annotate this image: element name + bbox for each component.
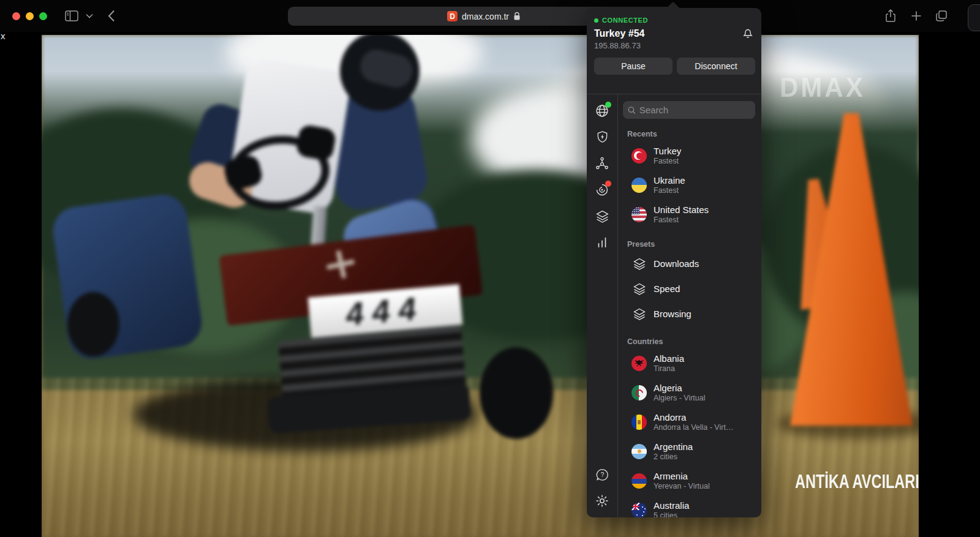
disconnect-button[interactable]: Disconnect	[677, 58, 755, 75]
svg-text:?: ?	[600, 470, 604, 478]
help-icon[interactable]: ?	[594, 467, 610, 483]
location-row-albania[interactable]: Albania Tirana	[623, 348, 755, 378]
url-text: dmax.com.tr	[462, 12, 509, 21]
tab-overview-icon[interactable]	[935, 9, 948, 23]
new-tab-icon[interactable]	[911, 10, 922, 21]
lock-icon	[513, 12, 521, 21]
recents-section-label: Recents	[627, 130, 755, 138]
location-row-argentina[interactable]: Argentina 2 cities	[623, 437, 755, 466]
search-input[interactable]	[639, 105, 750, 115]
show-title-caption: ANTİKA AVCILARI	[795, 471, 919, 492]
browser-toolbar: D dmax.com.tr	[0, 0, 980, 32]
close-window-button[interactable]	[12, 12, 20, 20]
video-scene: 444	[42, 35, 919, 537]
locations-globe-icon[interactable]	[594, 103, 610, 119]
flag-ad-icon	[631, 415, 647, 430]
share-icon[interactable]	[884, 9, 897, 23]
settings-gear-icon[interactable]	[594, 493, 610, 509]
presets-section-label: Presets	[627, 240, 755, 249]
zoom-window-button[interactable]	[39, 12, 47, 20]
back-button[interactable]	[108, 10, 115, 22]
location-row-andorra[interactable]: Andorra Andorra la Vella - Virt…	[623, 407, 755, 437]
search-field[interactable]	[623, 101, 755, 119]
vpn-sidebar: ?	[587, 94, 617, 517]
radar-red-badge	[605, 181, 611, 187]
search-icon	[628, 106, 636, 115]
location-row-australia[interactable]: Australia 5 cities	[623, 495, 755, 517]
layers-icon	[631, 306, 647, 321]
countries-section-label: Countries	[627, 337, 755, 346]
shield-bolt-icon[interactable]	[594, 129, 610, 145]
flag-au-icon	[631, 503, 647, 518]
location-row-turkey[interactable]: Turkey Fastest	[623, 141, 755, 170]
preset-row-downloads[interactable]: Downloads	[623, 251, 755, 276]
presets-layers-icon[interactable]	[594, 208, 610, 224]
stray-close-text: x	[1, 31, 6, 41]
background-window-edge	[968, 4, 980, 31]
notifications-bell-icon[interactable]	[743, 28, 753, 39]
sidebar-toggle-icon[interactable]	[65, 10, 78, 21]
network-nodes-icon[interactable]	[594, 156, 610, 171]
flag-ua-icon	[631, 178, 647, 193]
server-name: Turkey #54	[594, 28, 755, 39]
site-favicon: D	[447, 11, 458, 21]
preset-row-browsing[interactable]: Browsing	[623, 301, 755, 326]
layers-icon	[631, 281, 647, 296]
flag-al-icon	[631, 356, 647, 371]
flag-ar-icon	[631, 444, 647, 459]
flag-dz-icon	[631, 385, 647, 400]
flag-us-icon	[631, 207, 647, 222]
flag-am-icon	[631, 473, 647, 489]
chevron-down-icon[interactable]	[86, 13, 93, 18]
location-row-ukraine[interactable]: Ukraine Fastest	[623, 170, 755, 200]
location-row-armenia[interactable]: Armenia Yerevan - Virtual	[623, 466, 755, 495]
radar-icon[interactable]	[594, 182, 610, 198]
vpn-popover: CONNECTED Turkey #54 195.88.86.73 Pause …	[587, 8, 761, 517]
video-player[interactable]: 444 DMAX ANTİKA AVCILARI	[42, 35, 919, 537]
statistics-bars-icon[interactable]	[594, 235, 610, 250]
connected-status-dot	[594, 18, 598, 23]
location-row-algeria[interactable]: Algeria Algiers - Virtual	[623, 378, 755, 407]
vpn-header: CONNECTED Turkey #54 195.88.86.73 Pause …	[587, 8, 761, 86]
server-ip: 195.88.86.73	[594, 41, 755, 50]
location-row-united-states[interactable]: United States Fastest	[623, 200, 755, 229]
pause-button[interactable]: Pause	[594, 58, 673, 75]
preset-row-speed[interactable]: Speed	[623, 276, 755, 301]
connection-status: CONNECTED	[602, 17, 648, 24]
locations-list: Recents Turkey Fastest Ukraine Fastest U…	[618, 94, 761, 517]
flag-tr-icon	[631, 148, 647, 163]
channel-watermark: DMAX	[780, 72, 865, 103]
minimize-window-button[interactable]	[26, 12, 34, 20]
globe-green-badge	[605, 102, 611, 108]
layers-icon	[631, 256, 647, 271]
